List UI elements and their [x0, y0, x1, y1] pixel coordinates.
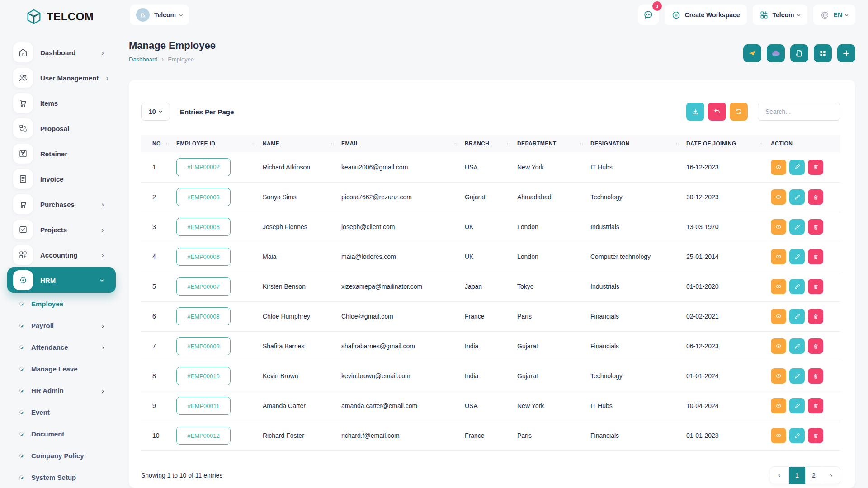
- cell-name: Kirsten Benson: [263, 272, 341, 301]
- column-header-email[interactable]: EMAIL↑↓: [341, 135, 465, 152]
- employee-id-badge[interactable]: #EMP00012: [176, 427, 231, 445]
- view-button[interactable]: [771, 279, 786, 294]
- edit-button[interactable]: [789, 398, 805, 413]
- table-row: 6 #EMP00008 Chloe Humphrey Chloe@gmail.c…: [141, 301, 840, 331]
- add-employee-button[interactable]: [837, 44, 855, 62]
- delete-button[interactable]: [808, 160, 823, 175]
- column-header-no[interactable]: NO↑↓: [141, 135, 176, 152]
- undo-button[interactable]: [708, 103, 726, 121]
- edit-button[interactable]: [789, 368, 805, 384]
- column-header-branch[interactable]: BRANCH↑↓: [465, 135, 517, 152]
- employee-id-badge[interactable]: #EMP00011: [176, 397, 231, 415]
- employee-id-badge[interactable]: #EMP00005: [176, 218, 231, 236]
- sidebar-item-accounting[interactable]: Accounting ›: [7, 242, 116, 267]
- export-file-button[interactable]: [790, 44, 808, 62]
- employee-id-badge[interactable]: #EMP00002: [176, 158, 231, 176]
- workspace-selector[interactable]: Telcom ›: [130, 5, 189, 25]
- column-header-date-of-joining[interactable]: DATE OF JOINING↑↓: [686, 135, 771, 152]
- sidebar-subitem-document[interactable]: Document: [7, 423, 116, 445]
- sidebar-subitem-system-setup[interactable]: System Setup: [7, 466, 116, 488]
- pencil-icon: [794, 432, 801, 439]
- import-send-button[interactable]: [743, 44, 761, 62]
- cell-designation: Financials: [590, 421, 686, 450]
- delete-button[interactable]: [808, 249, 823, 264]
- sidebar-item-retainer[interactable]: Retainer: [7, 141, 116, 166]
- sidebar-subitem-event[interactable]: Event: [7, 401, 116, 423]
- sidebar-subitem-hr-admin[interactable]: HR Admin ›: [7, 380, 116, 401]
- column-header-employee-id[interactable]: EMPLOYEE ID↑↓: [176, 135, 263, 152]
- edit-button[interactable]: [789, 309, 805, 324]
- view-button[interactable]: [771, 368, 786, 384]
- grid-view-button[interactable]: [814, 44, 832, 62]
- sidebar-subitem-manage-leave[interactable]: Manage Leave: [7, 358, 116, 380]
- entries-per-page-select[interactable]: 10 ›: [141, 103, 170, 121]
- column-header-name[interactable]: NAME↑↓: [263, 135, 341, 152]
- eye-icon: [775, 343, 782, 350]
- grid-plus-icon: [13, 245, 33, 265]
- view-button[interactable]: [771, 160, 786, 175]
- cell-designation: Technology: [590, 361, 686, 391]
- sidebar-item-projects[interactable]: Projects ›: [7, 217, 116, 242]
- edit-button[interactable]: [789, 428, 805, 443]
- pencil-icon: [794, 283, 801, 290]
- cloud-import-button[interactable]: [767, 44, 785, 62]
- delete-button[interactable]: [808, 189, 823, 205]
- sidebar-item-items[interactable]: Items: [7, 90, 116, 116]
- pencil-icon: [794, 343, 801, 350]
- chat-button[interactable]: 0: [638, 5, 659, 25]
- delete-button[interactable]: [808, 398, 823, 413]
- language-selector[interactable]: EN ›: [813, 5, 855, 25]
- employee-id-badge[interactable]: #EMP00008: [176, 307, 231, 325]
- sidebar-item-hrm[interactable]: HRM ›: [7, 267, 116, 293]
- employee-id-badge[interactable]: #EMP00007: [176, 277, 231, 296]
- cell-no: 9: [141, 391, 176, 421]
- edit-button[interactable]: [789, 219, 805, 235]
- refresh-button[interactable]: [730, 103, 748, 121]
- sidebar-item-proposal[interactable]: Proposal: [7, 116, 116, 141]
- view-button[interactable]: [771, 249, 786, 264]
- employee-id-badge[interactable]: #EMP00009: [176, 337, 231, 355]
- sidebar-subitem-payroll[interactable]: Payroll ›: [7, 314, 116, 336]
- download-button[interactable]: [686, 103, 704, 121]
- sidebar-subitem-attendance[interactable]: Attendance ›: [7, 336, 116, 358]
- view-button[interactable]: [771, 219, 786, 235]
- delete-button[interactable]: [808, 368, 823, 384]
- search-input[interactable]: [758, 103, 840, 121]
- cell-actions: [771, 182, 840, 212]
- sidebar-subitem-company-policy[interactable]: Company Policy: [7, 445, 116, 466]
- edit-button[interactable]: [789, 279, 805, 294]
- sidebar-item-dashboard[interactable]: Dashboard ›: [7, 40, 116, 65]
- create-workspace-button[interactable]: Create Workspace: [665, 5, 747, 25]
- sidebar-subitem-employee[interactable]: Employee: [7, 293, 116, 314]
- pagination-page-2[interactable]: 2: [805, 467, 822, 484]
- view-button[interactable]: [771, 338, 786, 354]
- breadcrumb-dashboard-link[interactable]: Dashboard: [129, 56, 158, 63]
- pagination-next-button[interactable]: ›: [822, 467, 840, 484]
- edit-button[interactable]: [789, 160, 805, 175]
- delete-button[interactable]: [808, 219, 823, 235]
- employee-id-badge[interactable]: #EMP00010: [176, 367, 231, 385]
- company-selector[interactable]: Telcom ›: [753, 5, 807, 25]
- refresh-icon: [735, 108, 743, 116]
- sidebar-item-purchases[interactable]: Purchases ›: [7, 192, 116, 217]
- delete-button[interactable]: [808, 338, 823, 354]
- delete-button[interactable]: [808, 309, 823, 324]
- column-header-department[interactable]: DEPARTMENT↑↓: [517, 135, 590, 152]
- view-button[interactable]: [771, 309, 786, 324]
- delete-button[interactable]: [808, 279, 823, 294]
- edit-button[interactable]: [789, 338, 805, 354]
- invoice-file-icon: [13, 169, 33, 189]
- column-header-designation[interactable]: DESIGNATION↑↓: [590, 135, 686, 152]
- employee-id-badge[interactable]: #EMP00006: [176, 248, 231, 266]
- edit-button[interactable]: [789, 249, 805, 264]
- view-button[interactable]: [771, 428, 786, 443]
- sidebar-item-invoice[interactable]: Invoice: [7, 166, 116, 192]
- sidebar-item-user-management[interactable]: User Management ›: [7, 65, 116, 90]
- edit-button[interactable]: [789, 189, 805, 205]
- view-button[interactable]: [771, 398, 786, 413]
- delete-button[interactable]: [808, 428, 823, 443]
- pagination-prev-button[interactable]: ‹: [770, 467, 788, 484]
- view-button[interactable]: [771, 189, 786, 205]
- pagination-page-1[interactable]: 1: [788, 467, 805, 484]
- employee-id-badge[interactable]: #EMP00003: [176, 188, 231, 206]
